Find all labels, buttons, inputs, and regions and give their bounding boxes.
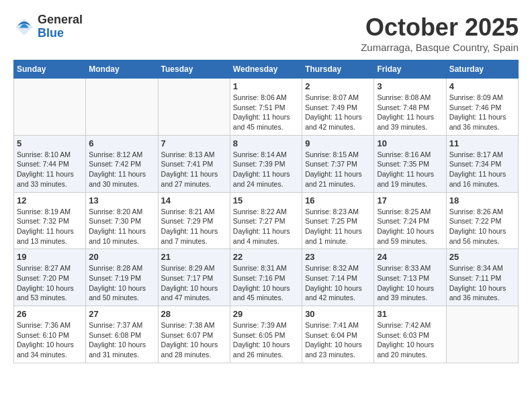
weekday-header-sunday: Sunday [14,60,86,79]
day-number: 23 [305,252,371,262]
calendar-cell: 11Sunrise: 8:17 AMSunset: 7:34 PMDayligh… [446,135,518,192]
day-number: 5 [17,138,83,148]
day-info: Sunrise: 7:37 AMSunset: 6:08 PMDaylight:… [89,320,154,360]
day-info: Sunrise: 7:42 AMSunset: 6:03 PMDaylight:… [377,320,443,360]
calendar-cell: 27Sunrise: 7:37 AMSunset: 6:08 PMDayligh… [86,306,158,363]
day-info: Sunrise: 8:23 AMSunset: 7:25 PMDaylight:… [305,207,371,246]
day-number: 29 [233,309,299,319]
calendar-cell: 16Sunrise: 8:23 AMSunset: 7:25 PMDayligh… [302,192,374,249]
day-number: 21 [161,252,227,262]
day-number: 3 [377,81,443,91]
day-number: 13 [89,195,154,205]
day-info: Sunrise: 8:33 AMSunset: 7:13 PMDaylight:… [377,263,443,303]
day-number: 19 [17,252,83,262]
calendar-cell: 19Sunrise: 8:27 AMSunset: 7:20 PMDayligh… [14,249,86,306]
day-info: Sunrise: 8:10 AMSunset: 7:44 PMDaylight:… [17,150,83,189]
day-info: Sunrise: 8:28 AMSunset: 7:19 PMDaylight:… [89,263,154,303]
calendar-cell: 7Sunrise: 8:13 AMSunset: 7:41 PMDaylight… [158,135,230,192]
calendar-cell [158,79,230,136]
calendar-cell: 13Sunrise: 8:20 AMSunset: 7:30 PMDayligh… [86,192,158,249]
day-info: Sunrise: 8:15 AMSunset: 7:37 PMDaylight:… [305,150,371,189]
calendar-cell [86,79,158,136]
day-info: Sunrise: 8:34 AMSunset: 7:11 PMDaylight:… [449,263,515,303]
day-number: 24 [377,252,443,262]
day-number: 27 [89,309,154,319]
calendar-cell: 25Sunrise: 8:34 AMSunset: 7:11 PMDayligh… [446,249,518,306]
day-number: 17 [377,195,443,205]
calendar-cell: 21Sunrise: 8:29 AMSunset: 7:17 PMDayligh… [158,249,230,306]
day-info: Sunrise: 8:31 AMSunset: 7:16 PMDaylight:… [233,263,299,303]
day-info: Sunrise: 8:07 AMSunset: 7:49 PMDaylight:… [305,93,371,132]
day-info: Sunrise: 8:29 AMSunset: 7:17 PMDaylight:… [161,263,227,303]
day-info: Sunrise: 8:17 AMSunset: 7:34 PMDaylight:… [449,150,515,189]
day-info: Sunrise: 8:14 AMSunset: 7:39 PMDaylight:… [233,150,299,189]
day-info: Sunrise: 8:32 AMSunset: 7:14 PMDaylight:… [305,263,371,303]
day-number: 4 [449,81,515,91]
day-info: Sunrise: 8:19 AMSunset: 7:32 PMDaylight:… [17,207,83,246]
day-info: Sunrise: 7:41 AMSunset: 6:04 PMDaylight:… [305,320,371,360]
day-info: Sunrise: 8:27 AMSunset: 7:20 PMDaylight:… [17,263,83,303]
calendar-cell [446,306,518,363]
day-info: Sunrise: 8:20 AMSunset: 7:30 PMDaylight:… [89,207,154,246]
day-number: 22 [233,252,299,262]
calendar-cell: 3Sunrise: 8:08 AMSunset: 7:48 PMDaylight… [374,79,446,136]
calendar-cell: 18Sunrise: 8:26 AMSunset: 7:22 PMDayligh… [446,192,518,249]
calendar-cell: 10Sunrise: 8:16 AMSunset: 7:35 PMDayligh… [374,135,446,192]
calendar-week-row: 1Sunrise: 8:06 AMSunset: 7:51 PMDaylight… [14,79,519,136]
weekday-header-monday: Monday [86,60,158,79]
page-header: General Blue October 2025 Zumarraga, Bas… [13,13,519,53]
weekday-header-friday: Friday [374,60,446,79]
day-info: Sunrise: 8:13 AMSunset: 7:41 PMDaylight:… [161,150,227,189]
day-info: Sunrise: 7:38 AMSunset: 6:07 PMDaylight:… [161,320,227,360]
day-info: Sunrise: 8:09 AMSunset: 7:46 PMDaylight:… [449,93,515,132]
day-info: Sunrise: 8:16 AMSunset: 7:35 PMDaylight:… [377,150,443,189]
calendar-cell: 28Sunrise: 7:38 AMSunset: 6:07 PMDayligh… [158,306,230,363]
day-number: 6 [89,138,154,148]
calendar-cell: 14Sunrise: 8:21 AMSunset: 7:29 PMDayligh… [158,192,230,249]
logo-blue-text: Blue [38,27,83,40]
calendar-cell: 4Sunrise: 8:09 AMSunset: 7:46 PMDaylight… [446,79,518,136]
day-number: 1 [233,81,299,91]
day-number: 7 [161,138,227,148]
day-number: 20 [89,252,154,262]
calendar-cell: 23Sunrise: 8:32 AMSunset: 7:14 PMDayligh… [302,249,374,306]
day-number: 15 [233,195,299,205]
day-info: Sunrise: 7:36 AMSunset: 6:10 PMDaylight:… [17,320,83,360]
day-number: 9 [305,138,371,148]
day-info: Sunrise: 8:06 AMSunset: 7:51 PMDaylight:… [233,93,299,132]
calendar-cell: 30Sunrise: 7:41 AMSunset: 6:04 PMDayligh… [302,306,374,363]
day-number: 26 [17,309,83,319]
day-number: 18 [449,195,515,205]
calendar-week-row: 5Sunrise: 8:10 AMSunset: 7:44 PMDaylight… [14,135,519,192]
day-number: 11 [449,138,515,148]
day-number: 8 [233,138,299,148]
calendar-week-row: 19Sunrise: 8:27 AMSunset: 7:20 PMDayligh… [14,249,519,306]
calendar-cell [14,79,86,136]
day-number: 10 [377,138,443,148]
day-number: 31 [377,309,443,319]
day-number: 2 [305,81,371,91]
calendar-cell: 17Sunrise: 8:25 AMSunset: 7:24 PMDayligh… [374,192,446,249]
day-number: 16 [305,195,371,205]
weekday-header-wednesday: Wednesday [230,60,302,79]
day-number: 12 [17,195,83,205]
day-info: Sunrise: 8:26 AMSunset: 7:22 PMDaylight:… [449,207,515,246]
month-title: October 2025 [361,13,519,42]
calendar-cell: 20Sunrise: 8:28 AMSunset: 7:19 PMDayligh… [86,249,158,306]
calendar-cell: 6Sunrise: 8:12 AMSunset: 7:42 PMDaylight… [86,135,158,192]
calendar-cell: 29Sunrise: 7:39 AMSunset: 6:05 PMDayligh… [230,306,302,363]
weekday-header-tuesday: Tuesday [158,60,230,79]
calendar-cell: 24Sunrise: 8:33 AMSunset: 7:13 PMDayligh… [374,249,446,306]
weekday-header-row: SundayMondayTuesdayWednesdayThursdayFrid… [14,60,519,79]
calendar-table: SundayMondayTuesdayWednesdayThursdayFrid… [13,60,519,363]
calendar-cell: 1Sunrise: 8:06 AMSunset: 7:51 PMDaylight… [230,79,302,136]
calendar-cell: 9Sunrise: 8:15 AMSunset: 7:37 PMDaylight… [302,135,374,192]
location-text: Zumarraga, Basque Country, Spain [361,42,519,53]
calendar-week-row: 12Sunrise: 8:19 AMSunset: 7:32 PMDayligh… [14,192,519,249]
day-number: 25 [449,252,515,262]
logo-text: General Blue [38,13,83,40]
calendar-cell: 5Sunrise: 8:10 AMSunset: 7:44 PMDaylight… [14,135,86,192]
calendar-body: 1Sunrise: 8:06 AMSunset: 7:51 PMDaylight… [14,79,519,363]
day-info: Sunrise: 8:12 AMSunset: 7:42 PMDaylight:… [89,150,154,189]
logo: General Blue [13,13,83,40]
